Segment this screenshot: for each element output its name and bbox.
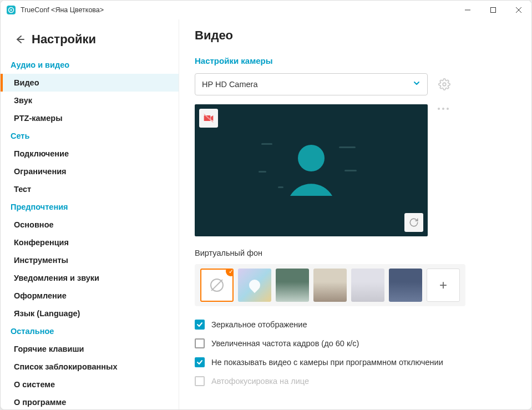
- bg-option-2[interactable]: [313, 269, 347, 302]
- nav-group-preferences: Предпочтения: [1, 198, 179, 216]
- check-mirror[interactable]: Зеркальное отображение: [195, 320, 516, 330]
- main-panel: Видео Настройки камеры HP HD Camera: [179, 19, 531, 409]
- virtual-bg-strip: ✓ +: [195, 264, 465, 306]
- sidebar-item-language[interactable]: Язык (Language): [1, 305, 179, 322]
- sidebar-item-notifications[interactable]: Уведомления и звуки: [1, 269, 179, 287]
- nav-group-audio-video: Аудио и видео: [1, 56, 179, 74]
- check-high-fps[interactable]: Увеличенная частота кадров (до 60 к/с): [195, 338, 516, 348]
- check-hide-video[interactable]: Не показывать видео с камеры при програм…: [195, 357, 516, 367]
- back-button[interactable]: [11, 31, 28, 48]
- bg-option-1[interactable]: [276, 269, 309, 302]
- chevron-down-icon: [413, 79, 420, 89]
- camera-off-icon: [199, 109, 218, 128]
- page-title: Видео: [195, 28, 516, 43]
- camera-select[interactable]: HP HD Camera: [195, 73, 428, 95]
- preview-row: [195, 104, 516, 236]
- sidebar-item-about[interactable]: О программе: [1, 393, 179, 409]
- close-button[interactable]: [506, 1, 531, 19]
- window-controls: [455, 1, 531, 19]
- virtual-bg-label: Виртуальный фон: [195, 249, 516, 257]
- bg-option-add[interactable]: +: [427, 269, 460, 302]
- window-title: TrueConf <Яна Цветкова>: [21, 6, 455, 14]
- sidebar-item-video[interactable]: Видео: [1, 74, 179, 92]
- avatar-placeholder-icon: [278, 136, 344, 205]
- camera-select-row: HP HD Camera: [195, 73, 516, 95]
- svg-point-11: [298, 145, 325, 171]
- maximize-button[interactable]: [480, 1, 506, 19]
- sidebar-item-system[interactable]: О системе: [1, 376, 179, 393]
- content-area: Настройки Аудио и видео Видео Звук PTZ-к…: [1, 19, 531, 409]
- check-autofocus-face: Автофокусировка на лице: [195, 376, 516, 386]
- svg-point-8: [443, 83, 446, 86]
- titlebar: TrueConf <Яна Цветкова>: [1, 1, 531, 19]
- minimize-button[interactable]: [455, 1, 480, 19]
- sidebar-item-conference[interactable]: Конференция: [1, 234, 179, 251]
- app-window: TrueConf <Яна Цветкова> Настройки Аудио …: [0, 0, 532, 410]
- app-icon: [6, 5, 16, 15]
- sidebar-title: Настройки: [32, 32, 96, 47]
- check-label: Зеркальное отображение: [211, 320, 307, 329]
- sidebar: Настройки Аудио и видео Видео Звук PTZ-к…: [1, 19, 179, 409]
- sidebar-item-blocklist[interactable]: Список заблокированных: [1, 358, 179, 376]
- bg-option-none[interactable]: ✓: [200, 269, 234, 302]
- sidebar-item-limits[interactable]: Ограничения: [1, 163, 179, 180]
- checkbox-icon: [195, 338, 205, 348]
- sidebar-item-ptz[interactable]: PTZ-камеры: [1, 109, 179, 127]
- check-icon: ✓: [226, 269, 234, 276]
- camera-settings-label: Настройки камеры: [195, 56, 516, 65]
- checkbox-icon: [195, 376, 205, 386]
- check-label: Автофокусировка на лице: [211, 377, 309, 386]
- check-label: Не показывать видео с камеры при програм…: [211, 358, 443, 367]
- sidebar-item-appearance[interactable]: Оформление: [1, 287, 179, 305]
- sidebar-item-hotkeys[interactable]: Горячие клавиши: [1, 340, 179, 358]
- camera-preview: [195, 104, 428, 236]
- sidebar-item-test[interactable]: Тест: [1, 180, 179, 198]
- camera-settings-gear[interactable]: [438, 78, 451, 91]
- preview-more-button[interactable]: [438, 104, 449, 110]
- nav-group-network: Сеть: [1, 127, 179, 145]
- sidebar-item-general[interactable]: Основное: [1, 216, 179, 234]
- blur-icon: [247, 277, 262, 293]
- sidebar-header: Настройки: [1, 19, 179, 56]
- refresh-preview-button[interactable]: [404, 213, 423, 232]
- svg-point-2: [11, 9, 12, 11]
- checkbox-icon: [195, 357, 205, 367]
- sidebar-item-connection[interactable]: Подключение: [1, 145, 179, 163]
- sidebar-item-tools[interactable]: Инструменты: [1, 251, 179, 269]
- sidebar-item-sound[interactable]: Звук: [1, 92, 179, 109]
- none-icon: [210, 279, 224, 292]
- bg-option-blur[interactable]: [238, 269, 271, 302]
- check-label: Увеличенная частота кадров (до 60 к/с): [211, 339, 359, 348]
- bg-option-3[interactable]: [351, 269, 384, 302]
- nav-group-other: Остальное: [1, 322, 179, 340]
- svg-rect-4: [491, 8, 496, 13]
- bg-option-4[interactable]: [389, 269, 422, 302]
- camera-select-value: HP HD Camera: [202, 80, 257, 89]
- checkbox-icon: [195, 320, 205, 330]
